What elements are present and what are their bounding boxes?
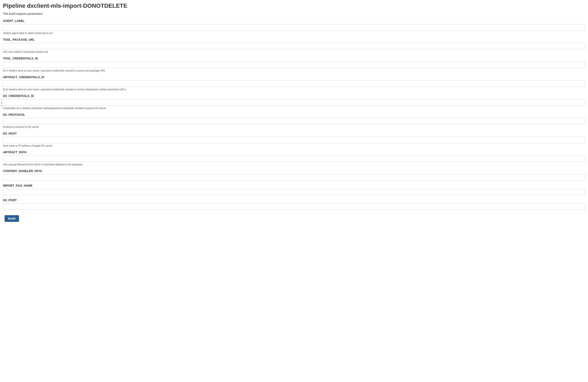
- param-label: ARTIFACT_PATH: [3, 151, 585, 154]
- drag-handles: ⤒⬆⬇: [0, 99, 2, 107]
- param-import-file-name: IMPORT_FILE_NAME: [3, 184, 585, 195]
- param-description: Protocol to connect to DX server: [3, 125, 585, 128]
- param-input-dx-credentials-id[interactable]: [3, 99, 585, 105]
- param-input-artifact-path[interactable]: [3, 156, 585, 162]
- param-artifact-credentials-id: ARTIFACT_CREDENTIALS_IDID in Jenkins sto…: [3, 76, 585, 91]
- param-input-content-handler-path[interactable]: [3, 174, 585, 181]
- param-input-tool-credentials-id[interactable]: [3, 62, 585, 68]
- param-content-handler-path: CONTENT_HANDLER_PATH: [3, 169, 585, 181]
- page-title: Pipeline dxclient-mls-import-DONOTDELETE: [3, 2, 585, 9]
- param-label: AGENT_LABEL: [3, 19, 585, 22]
- param-description: ID in Jenkins store to user name / passw…: [3, 88, 585, 91]
- param-input-agent-label[interactable]: [3, 24, 585, 30]
- param-label: DX_PROTOCOL: [3, 113, 585, 116]
- param-dx-host: DX_HOSTHost name or IP address of target…: [3, 132, 585, 147]
- param-tool-credentials-id: TOOL_CREDENTIALS_IDID in Jenkins store t…: [3, 57, 585, 72]
- param-agent-label: AGENT_LABELJenkins agent label to select…: [3, 19, 585, 35]
- param-dx-protocol: DX_PROTOCOLProtocol to connect to DX ser…: [3, 113, 585, 128]
- param-label: DX_CREDENTIALS_ID: [3, 94, 585, 98]
- param-input-artifact-credentials-id[interactable]: [3, 80, 585, 87]
- param-description: ID in Jenkins store to user name / passw…: [3, 69, 585, 72]
- param-label: CONTENT_HANDLER_PATH: [3, 169, 585, 173]
- param-description: URL from which to download dxclient zip: [3, 50, 585, 53]
- param-description: Host name or IP address of target DX ser…: [3, 144, 585, 147]
- param-dx-credentials-id: ⤒⬆⬇DX_CREDENTIALS_IDCredentials ID in Je…: [3, 94, 585, 110]
- param-input-dx-host[interactable]: [3, 137, 585, 143]
- param-label: DX_PORT: [3, 199, 585, 202]
- param-label: DX_HOST: [3, 132, 585, 135]
- param-input-dx-protocol[interactable]: [3, 118, 585, 124]
- param-description: Credentials ID in Jenkins store|User nam…: [3, 107, 585, 110]
- arrow-down-icon[interactable]: ⬇: [0, 105, 2, 107]
- intro-text: This build requires parameters:: [3, 12, 585, 15]
- param-artifact-path: ARTIFACT_PATHURL (except filename) from …: [3, 151, 585, 166]
- param-label: IMPORT_FILE_NAME: [3, 184, 585, 187]
- param-dx-port: DX_PORT: [3, 199, 585, 210]
- params-container: AGENT_LABELJenkins agent label to select…: [3, 19, 585, 210]
- param-description: URL (except filename) from which to down…: [3, 163, 585, 166]
- param-input-tool-package-url[interactable]: [3, 43, 585, 49]
- param-label: TOOL_CREDENTIALS_ID: [3, 57, 585, 60]
- param-input-dx-port[interactable]: [3, 203, 585, 210]
- arrow-up-icon[interactable]: ⬆: [0, 102, 2, 104]
- param-description: Jenkins agent label to select where job …: [3, 32, 585, 35]
- param-label: ARTIFACT_CREDENTIALS_ID: [3, 76, 585, 79]
- param-label: TOOL_PACKAGE_URL: [3, 38, 585, 41]
- param-input-import-file-name[interactable]: [3, 189, 585, 195]
- arrow-up-top-icon[interactable]: ⤒: [0, 99, 2, 102]
- param-tool-package-url: TOOL_PACKAGE_URLURL from which to downlo…: [3, 38, 585, 53]
- build-button[interactable]: Build: [5, 215, 19, 222]
